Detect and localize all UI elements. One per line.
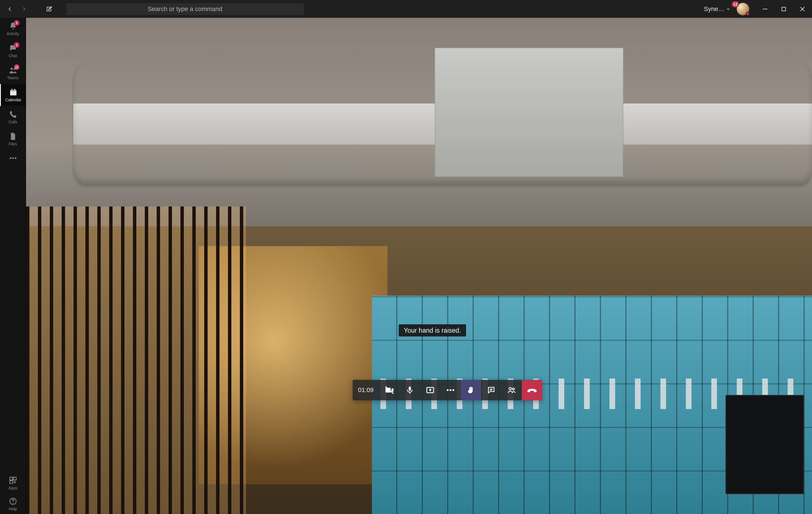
notification-count-badge: 12	[732, 1, 739, 7]
svg-rect-14	[13, 477, 16, 480]
search-wrap	[66, 3, 304, 15]
app-rail: Activity 1 Chat 1 Teams @ Calendar	[0, 18, 26, 514]
hang-up-icon	[527, 385, 537, 395]
presence-busy-icon	[746, 12, 750, 16]
svg-rect-21	[409, 387, 411, 391]
call-toolbar: 01:09	[353, 380, 542, 400]
hang-up-button[interactable]	[522, 380, 542, 400]
sidebar-item-label: Apps	[8, 486, 18, 490]
microphone-icon	[406, 386, 414, 394]
svg-point-19	[12, 503, 13, 504]
raise-hand-button[interactable]	[461, 380, 481, 400]
sidebar-item-label: Chat	[9, 54, 17, 58]
svg-rect-8	[11, 89, 12, 90]
sidebar-item-apps[interactable]: Apps	[0, 472, 26, 494]
svg-point-26	[452, 389, 454, 391]
camera-off-icon	[385, 385, 394, 395]
sidebar-item-calendar[interactable]: Calendar	[0, 84, 26, 106]
sidebar-item-label: Help	[9, 507, 17, 511]
calendar-icon	[9, 88, 18, 96]
nav-forward-button[interactable]	[18, 3, 31, 16]
titlebar-left	[2, 3, 55, 16]
sidebar-item-label: Teams	[7, 76, 19, 80]
compose-button[interactable]	[42, 3, 55, 16]
profile-avatar[interactable]: 12	[737, 3, 749, 15]
main-area: Activity 1 Chat 1 Teams @ Calendar	[0, 18, 812, 514]
svg-point-29	[509, 387, 511, 390]
nav-back-button[interactable]	[3, 3, 17, 16]
sidebar-item-files[interactable]: Files	[0, 128, 26, 150]
window-close-button[interactable]	[798, 3, 807, 15]
svg-rect-7	[10, 90, 17, 91]
org-switcher[interactable]: Syne…	[704, 5, 730, 13]
more-actions-button[interactable]	[440, 380, 461, 400]
titlebar: Syne… 12	[0, 0, 812, 18]
mention-badge: @	[14, 64, 20, 70]
sidebar-item-label: Activity	[6, 31, 19, 36]
ellipsis-icon	[446, 389, 455, 392]
svg-point-4	[10, 67, 13, 70]
sidebar-item-label: Calendar	[5, 97, 22, 102]
svg-rect-0	[763, 9, 767, 9]
help-icon	[9, 497, 17, 506]
call-duration: 01:09	[353, 380, 379, 400]
share-screen-button[interactable]	[420, 380, 440, 400]
sidebar-item-activity[interactable]: Activity 1	[0, 18, 26, 40]
sidebar-item-chat[interactable]: Chat 1	[0, 40, 26, 62]
meeting-stage: Your hand is raised. 01:09	[26, 18, 812, 514]
apps-icon	[9, 476, 17, 485]
chat-bubble-icon	[487, 386, 495, 394]
file-icon	[9, 132, 17, 141]
sidebar-item-label: Files	[9, 142, 17, 146]
sidebar-item-calls[interactable]: Calls	[0, 106, 26, 128]
sidebar-item-label: Calls	[8, 120, 17, 124]
svg-rect-15	[10, 481, 12, 483]
titlebar-right: Syne… 12	[704, 3, 810, 15]
svg-point-11	[12, 157, 14, 159]
sidebar-item-teams[interactable]: Teams @	[0, 62, 26, 84]
window-controls	[760, 3, 807, 15]
window-minimize-button[interactable]	[760, 3, 770, 15]
hand-raised-tooltip: Your hand is raised.	[399, 324, 466, 337]
sidebar-item-help[interactable]: Help	[0, 494, 26, 514]
raised-hand-icon	[467, 386, 475, 394]
toggle-mic-button[interactable]	[400, 380, 420, 400]
window-maximize-button[interactable]	[779, 3, 788, 15]
share-tray-icon	[426, 385, 435, 395]
svg-rect-9	[14, 89, 15, 90]
sidebar-overflow-button[interactable]	[0, 150, 26, 166]
svg-rect-13	[10, 477, 12, 480]
toggle-camera-button[interactable]	[379, 380, 400, 400]
search-input[interactable]	[66, 3, 304, 15]
svg-point-12	[15, 157, 17, 159]
svg-point-30	[512, 388, 514, 390]
show-conversation-button[interactable]	[481, 380, 501, 400]
ellipsis-icon	[9, 157, 17, 159]
video-feed	[26, 18, 812, 514]
people-icon	[508, 386, 516, 394]
chevron-down-icon	[726, 7, 730, 11]
phone-icon	[9, 110, 17, 118]
org-name-label: Syne…	[704, 5, 724, 13]
svg-rect-1	[782, 7, 786, 11]
badge: 1	[14, 42, 20, 48]
show-participants-button[interactable]	[501, 380, 522, 400]
svg-point-25	[450, 389, 451, 391]
svg-point-10	[10, 157, 11, 159]
badge: 1	[14, 20, 20, 26]
svg-point-24	[446, 389, 448, 391]
